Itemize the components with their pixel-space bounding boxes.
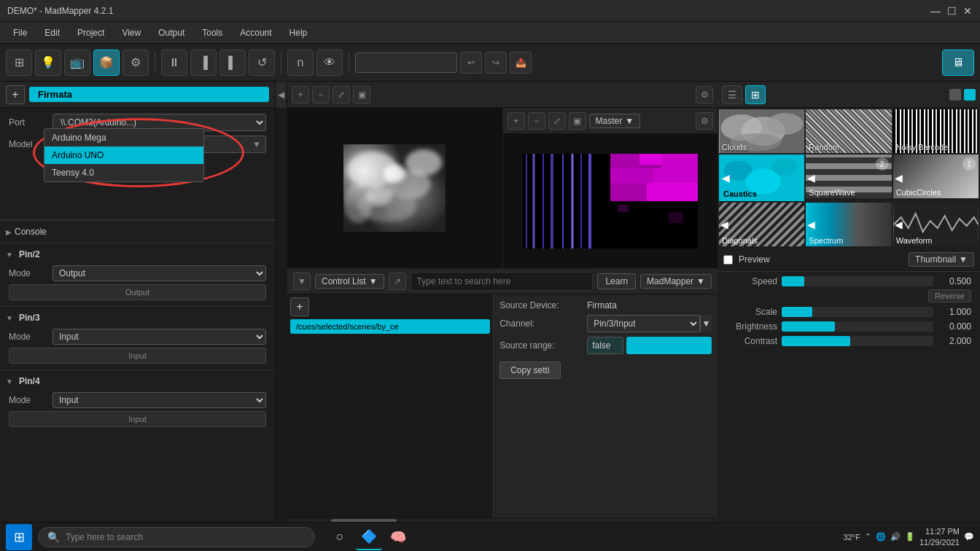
thumbnail-view-dropdown[interactable]: Thumbnail ▼ <box>909 252 974 267</box>
master-fullscreen-button[interactable]: ⤢ <box>548 112 566 130</box>
pin4-mode-select[interactable]: Input <box>52 392 266 408</box>
scale-track[interactable] <box>782 307 933 317</box>
control-search-input[interactable] <box>411 272 594 291</box>
taskbar-notification-icon[interactable]: 💬 <box>964 532 974 542</box>
learn-button[interactable]: Learn <box>597 273 636 289</box>
3d-tool-button[interactable]: 📦 <box>93 50 120 76</box>
taskbar-volume-icon[interactable]: 🔊 <box>890 532 901 542</box>
spectrum-nav-arrow[interactable]: ◀ <box>807 219 815 230</box>
master-add-button[interactable]: + <box>508 112 525 130</box>
control-list-dropdown[interactable]: Control List ▼ <box>315 274 384 289</box>
option-teensy[interactable]: Teensy 4.0 <box>44 164 203 181</box>
source-range-bar[interactable] <box>626 337 712 354</box>
contrast-track[interactable] <box>782 336 933 346</box>
preview-checkbox[interactable] <box>723 255 733 265</box>
master-dropdown[interactable]: Master ▼ <box>589 114 641 128</box>
master-remove-button[interactable]: − <box>528 112 545 130</box>
thumb-squarewave[interactable]: 2 SquareWave ◀ <box>806 155 891 201</box>
play-button[interactable]: ▌ <box>219 50 246 76</box>
preview-fullscreen-button[interactable]: ⤢ <box>332 86 350 103</box>
thumb-spectrum[interactable]: Spectrum ◀ <box>806 203 891 246</box>
channel-expand-button[interactable]: ▼ <box>700 315 712 332</box>
small-thumb-option[interactable] <box>949 89 961 101</box>
export-button[interactable]: 📤 <box>510 52 532 74</box>
eye-button[interactable]: 👁 <box>316 50 343 76</box>
brightness-track[interactable] <box>782 321 933 332</box>
option-arduino-uno[interactable]: Arduino UNO <box>44 146 203 164</box>
thumb-caustics[interactable]: Caustics ◀ <box>719 155 804 201</box>
medium-thumb-option[interactable] <box>964 89 976 101</box>
copy-settings-button[interactable]: Copy setti <box>499 362 560 379</box>
diagonals-label: Diagonals <box>722 236 758 245</box>
taskbar-app-brain[interactable]: 🧠 <box>385 524 411 550</box>
waveform-nav-arrow[interactable]: ◀ <box>895 219 903 230</box>
menu-tools[interactable]: Tools <box>195 25 230 41</box>
channel-select[interactable]: Pin/3/Input <box>587 315 700 332</box>
speed-track[interactable] <box>782 276 933 286</box>
ndi-button[interactable]: n <box>287 50 314 76</box>
menu-output[interactable]: Output <box>151 25 192 41</box>
taskbar-up-arrow-icon[interactable]: ⌃ <box>865 532 871 542</box>
add-device-button[interactable]: + <box>6 85 25 104</box>
option-arduino-mega[interactable]: Arduino Mega <box>44 129 203 146</box>
close-button[interactable]: ✕ <box>962 6 973 16</box>
undo-button[interactable]: ↩ <box>460 52 482 74</box>
output-button[interactable]: 🖥 <box>942 50 974 76</box>
menu-account[interactable]: Account <box>233 25 279 41</box>
settings-tool-button[interactable]: ⚙ <box>122 50 149 76</box>
diagonals-nav-arrow[interactable]: ◀ <box>720 219 728 230</box>
search-bar[interactable] <box>355 52 457 73</box>
media-tool-button[interactable]: 📺 <box>64 50 90 76</box>
squarewave-nav-arrow[interactable]: ◀ <box>807 172 815 184</box>
cue-item-selected[interactable]: /cues/selected/scenes/by_ce <box>290 319 490 334</box>
menu-edit[interactable]: Edit <box>37 25 67 41</box>
cue-add-button[interactable]: + <box>290 297 309 316</box>
caustics-nav-arrow[interactable]: ◀ <box>722 172 730 184</box>
menu-view[interactable]: View <box>114 25 148 41</box>
menu-file[interactable]: File <box>6 25 34 41</box>
pin3-mode-select[interactable]: Input <box>52 329 266 345</box>
light-tool-button[interactable]: 💡 <box>35 50 61 76</box>
console-header[interactable]: ▶ Console <box>0 224 275 240</box>
thumb-diagonals[interactable]: Diagonals ◀ <box>719 203 804 246</box>
start-button[interactable]: ⊞ <box>6 524 32 550</box>
shapes-tool-button[interactable]: ⊞ <box>6 50 32 76</box>
taskbar-app-cortana[interactable]: ○ <box>327 524 353 550</box>
pause-button[interactable]: ⏸ <box>161 50 187 76</box>
madmapper-dropdown[interactable]: MadMapper ▼ <box>640 274 712 289</box>
maximize-button[interactable]: ☐ <box>946 6 957 16</box>
thumb-noisy-barcode[interactable]: Noisy Barcode <box>893 109 979 153</box>
pin3-header[interactable]: ▼ Pin/3 <box>0 310 275 326</box>
menu-help[interactable]: Help <box>282 25 315 41</box>
master-settings-button[interactable]: ⚙ <box>696 112 713 130</box>
control-expand-button[interactable]: ▼ <box>293 273 311 290</box>
cubiccircles-nav-arrow[interactable]: ◀ <box>895 172 903 184</box>
loop-button[interactable]: ↺ <box>249 50 275 76</box>
collapse-left-arrow[interactable]: ◀ <box>276 82 287 108</box>
thumb-waveform[interactable]: Waveform ◀ <box>893 203 979 246</box>
stop-button[interactable]: ▐ <box>190 50 217 76</box>
control-list-arrow: ▼ <box>369 276 378 286</box>
thumb-cubiccircles[interactable]: 1 CubicCircles ◀ <box>893 155 979 201</box>
taskbar-app-madmapper[interactable]: 🔷 <box>356 524 382 550</box>
preview-add-button[interactable]: + <box>292 86 309 103</box>
redo-button[interactable]: ↩ <box>485 52 507 74</box>
pin2-header[interactable]: ▼ Pin/2 <box>0 246 275 262</box>
thumb-clouds[interactable]: Clouds <box>719 109 804 153</box>
minimize-button[interactable]: — <box>930 6 941 16</box>
taskbar-search[interactable]: 🔍 Type here to search <box>38 527 315 547</box>
pin2-mode-select[interactable]: Output <box>52 265 266 281</box>
control-external-button[interactable]: ↗ <box>389 273 406 290</box>
grid-view-tab[interactable]: ⊞ <box>745 85 766 104</box>
reverse-button[interactable]: Reverse <box>928 289 971 302</box>
pin4-header[interactable]: ▼ Pin/4 <box>0 373 275 389</box>
menu-project[interactable]: Project <box>70 25 112 41</box>
preview-remove-button[interactable]: − <box>312 86 330 103</box>
preview-aspect-button[interactable]: ▣ <box>353 86 370 103</box>
waveform-label: Waveform <box>896 236 933 245</box>
list-view-tab[interactable]: ☰ <box>722 85 742 104</box>
thumb-random[interactable]: Random <box>806 109 891 153</box>
preview-settings-button[interactable]: ⚙ <box>696 86 713 103</box>
master-aspect-button[interactable]: ▣ <box>569 112 586 130</box>
channel-label: Channel: <box>499 319 587 329</box>
